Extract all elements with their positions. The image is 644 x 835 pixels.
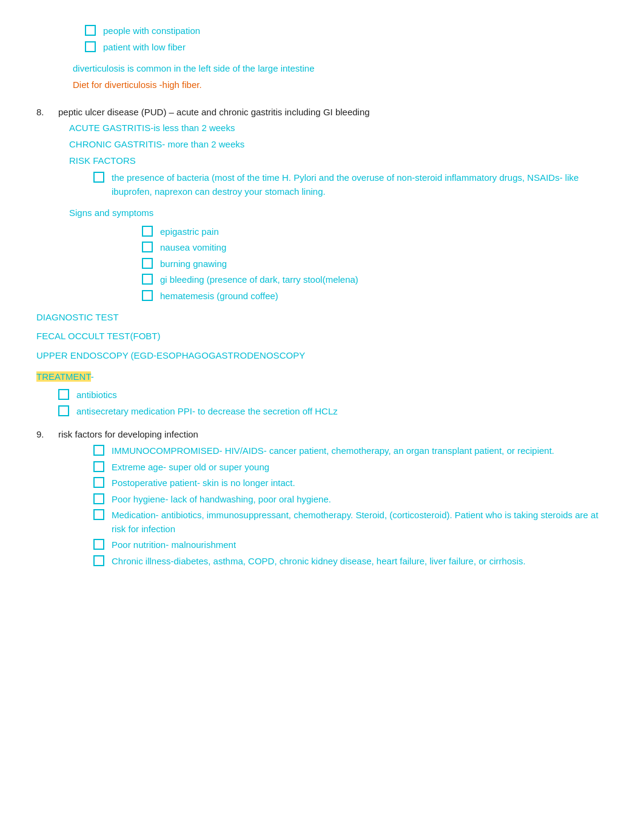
list-item: antisecretary medication PPI- to decreas… xyxy=(58,405,608,419)
bullet-icon xyxy=(93,172,104,183)
item-8-header: 8. peptic ulcer disease (PUD) – acute an… xyxy=(36,107,608,117)
list-item: Extreme age- super old or super young xyxy=(93,461,608,475)
endoscopy-label: UPPER ENDOSCOPY (EGD-ESOPHAGOGASTRODENOS… xyxy=(36,348,608,362)
treatment-label: TREATMENT- xyxy=(36,370,608,384)
treatment-highlight: TREATMENT xyxy=(36,371,91,382)
list-item: patient with low fiber xyxy=(85,41,608,55)
factor-text-5: Poor nutrition- malnourishment xyxy=(112,538,236,552)
bullet-icon xyxy=(142,258,153,269)
list-item: IMMUNOCOMPROMISED- HIV/AIDS- cancer pati… xyxy=(93,444,608,458)
bullet-icon xyxy=(93,539,104,550)
list-item: antibiotics xyxy=(58,388,608,402)
factor-text-4: Medication- antibiotics, immunosuppressa… xyxy=(112,509,608,536)
bullet-text: people with constipation xyxy=(103,24,200,38)
sign-text-2: burning gnawing xyxy=(160,257,227,271)
factor-text-6: Chronic illness-diabetes, asthma, COPD, … xyxy=(112,555,526,569)
item-8-number: 8. xyxy=(36,107,58,117)
list-item: Medication- antibiotics, immunosuppressa… xyxy=(93,509,608,536)
sign-text-4: hematemesis (ground coffee) xyxy=(160,289,278,303)
item-9-factors: IMMUNOCOMPROMISED- HIV/AIDS- cancer pati… xyxy=(36,444,608,568)
list-item: nausea vomiting xyxy=(142,241,608,255)
list-item: burning gnawing xyxy=(142,257,608,271)
diagnostic-label: DIAGNOSTIC TEST xyxy=(36,310,608,324)
bullet-icon xyxy=(93,445,104,456)
treatment-text-1: antisecretary medication PPI- to decreas… xyxy=(76,405,338,419)
treatment-list: antibiotics antisecretary medication PPI… xyxy=(36,388,608,418)
bullet-icon xyxy=(142,242,153,252)
treatment-text-0: antibiotics xyxy=(76,388,117,402)
factor-text-2: Postoperative patient- skin is no longer… xyxy=(112,476,295,490)
section-8: 8. peptic ulcer disease (PUD) – acute an… xyxy=(36,107,608,199)
acute-gastritis: ACUTE GASTRITIS-is less than 2 weeks xyxy=(69,121,608,135)
signs-label: Signs and symptoms xyxy=(69,206,608,220)
bullet-icon xyxy=(142,274,153,285)
section-9: 9. risk factors for developing infection… xyxy=(36,429,608,568)
item-9-number: 9. xyxy=(36,429,58,439)
bullet-icon xyxy=(93,509,104,520)
bullet-icon xyxy=(85,25,96,36)
item-9-header: 9. risk factors for developing infection xyxy=(36,429,608,439)
signs-section: Signs and symptoms epigastric pain nause… xyxy=(36,206,608,303)
bullet-icon xyxy=(142,226,153,237)
list-item: Postoperative patient- skin is no longer… xyxy=(93,476,608,490)
list-item: epigastric pain xyxy=(142,225,608,239)
bullet-icon xyxy=(85,41,96,52)
fobt-label: FECAL OCCULT TEST(FOBT) xyxy=(36,329,608,343)
chronic-gastritis: CHRONIC GASTRITIS- more than 2 weeks xyxy=(69,137,608,151)
list-item: Poor hygiene- lack of handwashing, poor … xyxy=(93,493,608,507)
list-item: hematemesis (ground coffee) xyxy=(142,289,608,303)
item-8-label: peptic ulcer disease (PUD) – acute and c… xyxy=(58,107,370,117)
bullet-icon xyxy=(58,389,69,400)
factors-list: IMMUNOCOMPROMISED- HIV/AIDS- cancer pati… xyxy=(69,444,608,568)
sign-text-1: nausea vomiting xyxy=(160,241,226,255)
diverticulosis-note: diverticulosis is common in the left sid… xyxy=(36,61,608,75)
bullet-icon xyxy=(93,461,104,472)
factor-text-3: Poor hygiene- lack of handwashing, poor … xyxy=(112,493,331,507)
top-bullet-list: people with constipation patient with lo… xyxy=(36,24,608,54)
bullet-icon xyxy=(142,290,153,301)
bullet-icon xyxy=(93,477,104,488)
treatment-dash: - xyxy=(91,371,94,382)
bullet-text: patient with low fiber xyxy=(103,41,186,55)
list-item: Poor nutrition- malnourishment xyxy=(93,538,608,552)
bullet-icon xyxy=(58,405,69,416)
list-item: gi bleeding (presence of dark, tarry sto… xyxy=(142,273,608,287)
sign-text-3: gi bleeding (presence of dark, tarry sto… xyxy=(160,273,358,287)
bullet-icon xyxy=(93,555,104,566)
bullet-icon xyxy=(93,493,104,504)
diet-note: Diet for diverticulosis -high fiber. xyxy=(36,78,608,92)
sign-text-0: epigastric pain xyxy=(160,225,219,239)
factor-text-1: Extreme age- super old or super young xyxy=(112,461,269,475)
risk-factors-list: the presence of bacteria (most of the ti… xyxy=(69,171,608,198)
factor-text-0: IMMUNOCOMPROMISED- HIV/AIDS- cancer pati… xyxy=(112,444,554,458)
risk-factor-text: the presence of bacteria (most of the ti… xyxy=(112,171,608,198)
item-9-label: risk factors for developing infection xyxy=(58,429,198,439)
list-item: Chronic illness-diabetes, asthma, COPD, … xyxy=(93,555,608,569)
list-item: the presence of bacteria (most of the ti… xyxy=(93,171,608,198)
signs-list: epigastric pain nausea vomiting burning … xyxy=(69,225,608,303)
list-item: people with constipation xyxy=(85,24,608,38)
risk-factors-label: RISK FACTORS xyxy=(69,154,608,167)
